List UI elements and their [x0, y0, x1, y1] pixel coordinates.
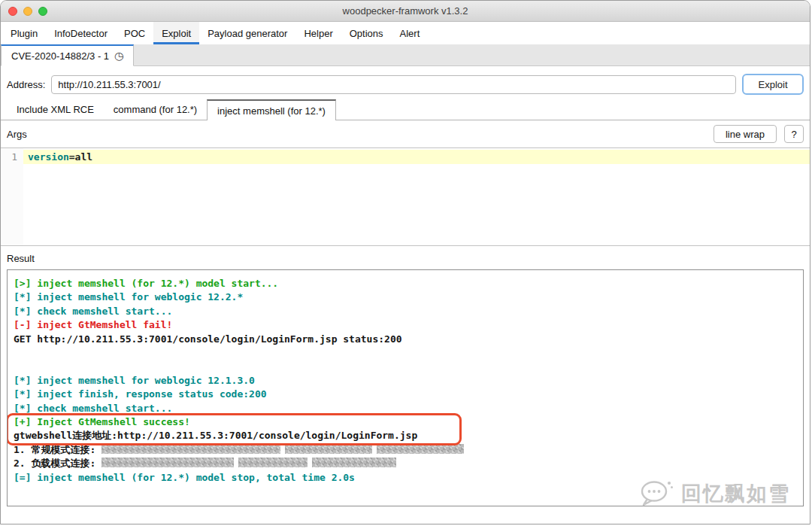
minimize-button[interactable] — [23, 7, 32, 16]
subtab-command-for-12[interactable]: command (for 12.*) — [104, 99, 207, 120]
line-wrap-button[interactable]: line wrap — [714, 125, 777, 143]
line-number-gutter: 1 — [1, 148, 23, 245]
subtab-bar: Include XML RCEcommand (for 12.*)inject … — [1, 99, 810, 120]
menu-bar: PluginInfoDetectorPOCExploitPayload gene… — [1, 22, 810, 44]
result-line: [*] check memshell start... — [14, 402, 797, 415]
result-line: [>] inject memshell (for 12.*) model sta… — [14, 277, 797, 290]
code-keyword: version — [28, 151, 69, 163]
result-line: [*] check memshell start... — [14, 305, 797, 318]
result-line: [-] inject GtMemshell fail! — [14, 318, 797, 332]
result-line: [*] inject memshell for weblogic 12.1.3.… — [14, 374, 797, 388]
result-line-text: [*] check memshell start... — [14, 306, 172, 317]
app-window: woodpecker-framwork v1.3.2 PluginInfoDet… — [0, 0, 810, 524]
address-label: Address: — [7, 79, 45, 90]
menu-item-poc[interactable]: POC — [116, 22, 153, 44]
result-line: [*] inject memshell for weblogic 12.2.* — [14, 290, 797, 304]
menu-item-options[interactable]: Options — [341, 22, 392, 44]
result-line-text: [*] inject memshell for weblogic 12.1.3.… — [14, 375, 255, 386]
result-line-text: gtwebshell连接地址:http://10.211.55.3:7001/c… — [14, 430, 417, 441]
result-line — [14, 360, 797, 373]
watermark: 回忆飘如雪 — [638, 479, 790, 509]
result-output[interactable]: [>] inject memshell (for 12.*) model sta… — [7, 269, 804, 506]
result-line-text: [+] Inject GtMemshell success! — [14, 416, 190, 427]
result-line: [*] inject finish, response status code:… — [14, 388, 797, 401]
tab-cve-2020-14882[interactable]: CVE-2020-14882/3 - 1 ◷ — [1, 44, 134, 66]
args-row: Args line wrap ? — [1, 120, 810, 147]
code-area[interactable]: version=all — [23, 148, 810, 245]
zoom-button[interactable] — [38, 7, 47, 16]
address-row: Address: Exploit — [1, 66, 810, 99]
result-line-text: 2. 负载模式连接: — [14, 458, 102, 469]
result-line-text — [14, 360, 20, 372]
menu-item-alert[interactable]: Alert — [392, 22, 429, 44]
result-line-text: [*] inject memshell for weblogic 12.2.* — [14, 291, 243, 303]
title-bar: woodpecker-framwork v1.3.2 — [1, 1, 810, 22]
close-button[interactable] — [8, 7, 17, 16]
line-number: 1 — [11, 151, 17, 163]
result-line-text: [*] check memshell start... — [14, 403, 172, 414]
args-label: Args — [7, 129, 27, 140]
result-line-text: [*] inject finish, response status code:… — [14, 388, 267, 400]
subtab-include-xml-rce[interactable]: Include XML RCE — [7, 99, 104, 120]
menu-item-plugin[interactable]: Plugin — [2, 22, 46, 44]
redacted-block — [285, 444, 372, 454]
tab-bar: CVE-2020-14882/3 - 1 ◷ — [1, 44, 810, 66]
redacted-block — [377, 444, 464, 454]
chat-bubble-icon — [638, 479, 674, 509]
menu-item-exploit[interactable]: Exploit — [153, 22, 199, 44]
result-line-text: [-] inject GtMemshell fail! — [14, 319, 172, 330]
menu-item-infodetector[interactable]: InfoDetector — [46, 22, 116, 44]
result-line: GET http://10.211.55.3:7001/console/logi… — [14, 333, 797, 346]
redacted-block — [102, 444, 280, 454]
redacted-block — [312, 458, 396, 467]
result-line-text: [=] inject memshell (for 12.*) model sto… — [14, 472, 355, 483]
help-button[interactable]: ? — [784, 125, 804, 143]
result-line-text: GET http://10.211.55.3:7001/console/logi… — [14, 333, 402, 345]
clock-icon: ◷ — [114, 50, 123, 62]
redacted-block — [238, 458, 308, 467]
tab-label: CVE-2020-14882/3 - 1 — [11, 50, 109, 62]
result-line-text: [>] inject memshell (for 12.*) model sta… — [14, 278, 278, 289]
address-input[interactable] — [51, 75, 736, 94]
window-title: woodpecker-framwork v1.3.2 — [343, 5, 468, 17]
redacted-block — [102, 458, 234, 467]
result-line: 2. 负载模式连接: — [14, 457, 797, 470]
menu-item-helper[interactable]: Helper — [295, 22, 341, 44]
args-editor[interactable]: 1 version=all — [1, 147, 810, 246]
result-line: 1. 常规模式连接: — [14, 443, 797, 457]
result-line-text: 1. 常规模式连接: — [14, 444, 102, 455]
result-label: Result — [7, 253, 804, 264]
menu-item-payload-generator[interactable]: Payload generator — [199, 22, 295, 44]
result-line: [+] Inject GtMemshell success! — [14, 415, 797, 429]
result-line-text — [14, 347, 20, 358]
result-line — [14, 346, 797, 360]
watermark-text: 回忆飘如雪 — [681, 480, 790, 507]
traffic-lights — [8, 1, 47, 21]
code-line: version=all — [23, 150, 810, 164]
subtab-inject-memshell-for-12[interactable]: inject memshell (for 12.*) — [207, 99, 336, 120]
result-line: gtwebshell连接地址:http://10.211.55.3:7001/c… — [14, 429, 797, 442]
exploit-button[interactable]: Exploit — [742, 74, 804, 95]
code-rest: =all — [69, 151, 92, 163]
